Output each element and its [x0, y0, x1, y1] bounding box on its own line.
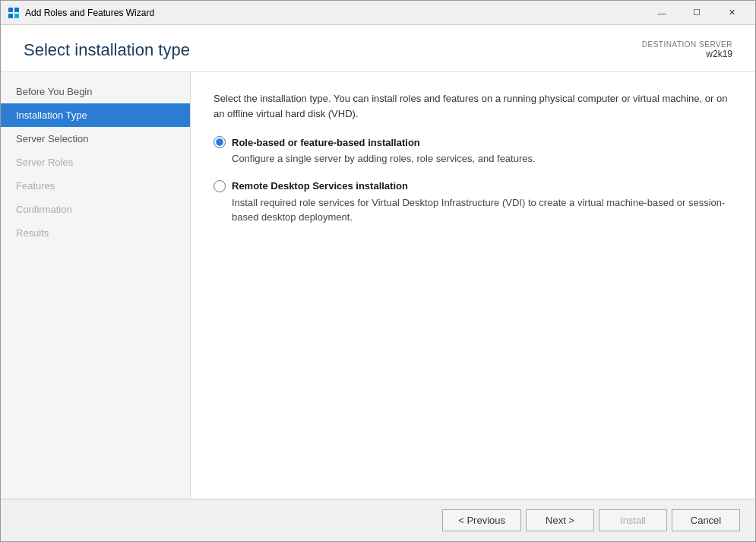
sidebar-item-server-roles: Server Roles: [1, 151, 190, 174]
option-remote-desktop: Remote Desktop Services installation Ins…: [214, 180, 732, 225]
option-role-based: Role-based or feature-based installation…: [214, 136, 732, 166]
svg-rect-0: [8, 8, 13, 12]
close-button[interactable]: ✕: [714, 1, 749, 25]
sidebar-item-results: Results: [1, 221, 190, 245]
sidebar-item-installation-type[interactable]: Installation Type: [1, 103, 190, 127]
sidebar-item-server-selection[interactable]: Server Selection: [1, 127, 190, 151]
title-bar: Add Roles and Features Wizard — ☐ ✕: [1, 1, 755, 25]
wizard-header: Select installation type DESTINATION SER…: [1, 25, 755, 72]
next-button[interactable]: Next >: [526, 509, 594, 531]
main-layout: Select installation type DESTINATION SER…: [1, 25, 755, 541]
svg-rect-3: [14, 14, 19, 18]
main-content: Select the installation type. You can in…: [191, 72, 755, 499]
window-controls: — ☐ ✕: [644, 1, 749, 25]
svg-rect-1: [14, 8, 19, 12]
cancel-button[interactable]: Cancel: [672, 509, 740, 531]
option-role-based-title: Role-based or feature-based installation: [232, 137, 420, 148]
window-title: Add Roles and Features Wizard: [25, 8, 644, 18]
option-remote-desktop-title: Remote Desktop Services installation: [232, 180, 408, 192]
sidebar-item-before-you-begin[interactable]: Before You Begin: [1, 80, 190, 103]
destination-server-name: w2k19: [642, 49, 732, 59]
option-remote-desktop-description: Install required role services for Virtu…: [232, 195, 732, 225]
destination-label: DESTINATION SERVER: [642, 40, 732, 49]
option-role-based-description: Configure a single server by adding role…: [232, 151, 732, 166]
sidebar-item-confirmation: Confirmation: [1, 198, 190, 221]
description-text: Select the installation type. You can in…: [214, 91, 732, 121]
maximize-button[interactable]: ☐: [679, 1, 714, 25]
app-icon: [7, 6, 21, 20]
install-button[interactable]: Install: [599, 509, 667, 531]
installation-options: Role-based or feature-based installation…: [214, 136, 732, 225]
wizard-footer: < Previous Next > Install Cancel: [1, 499, 755, 541]
body-area: Before You Begin Installation Type Serve…: [1, 72, 755, 499]
sidebar-item-features: Features: [1, 174, 190, 198]
minimize-button[interactable]: —: [644, 1, 679, 25]
option-remote-desktop-header: Remote Desktop Services installation: [214, 180, 732, 192]
svg-rect-2: [8, 14, 13, 18]
sidebar: Before You Begin Installation Type Serve…: [1, 72, 191, 499]
previous-button[interactable]: < Previous: [442, 509, 521, 531]
radio-role-based[interactable]: [214, 136, 226, 148]
radio-remote-desktop[interactable]: [214, 180, 226, 192]
page-title: Select installation type: [24, 40, 190, 60]
wizard-window: Add Roles and Features Wizard — ☐ ✕ Sele…: [0, 0, 756, 542]
option-role-based-header: Role-based or feature-based installation: [214, 136, 732, 148]
destination-server-info: DESTINATION SERVER w2k19: [642, 40, 732, 59]
